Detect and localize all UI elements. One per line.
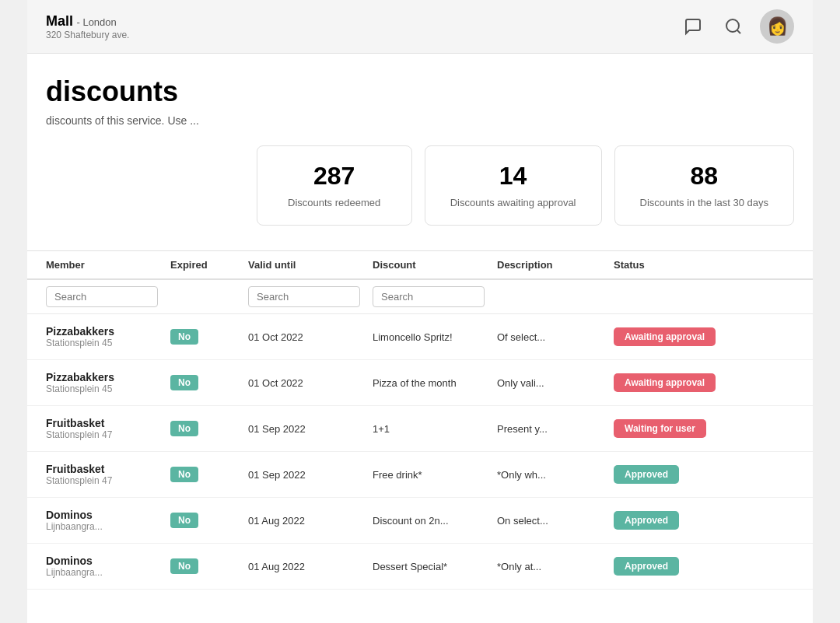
- search-button[interactable]: [719, 12, 747, 40]
- search-member-input[interactable]: [46, 286, 158, 307]
- status-badge: Waiting for user: [614, 419, 706, 438]
- search-valid-cell: [248, 286, 373, 307]
- expired-badge: No: [170, 329, 198, 345]
- stat-card-last30: 88 Discounts in the last 30 days: [614, 145, 794, 226]
- cell-valid-until: 01 Aug 2022: [248, 561, 373, 572]
- cell-status: Waiting for user: [614, 419, 794, 438]
- stat-number-last30: 88: [640, 162, 768, 191]
- cell-expired: No: [170, 421, 248, 436]
- expired-badge: No: [170, 513, 198, 528]
- avatar[interactable]: 👩: [760, 9, 794, 44]
- cell-valid-until: 01 Oct 2022: [248, 377, 373, 389]
- svg-point-0: [726, 19, 739, 32]
- status-badge: Awaiting approval: [614, 373, 716, 392]
- expired-badge: No: [170, 421, 198, 436]
- page-description: discounts of this service. Use ...: [27, 114, 813, 127]
- cell-valid-until: 01 Sep 2022: [248, 423, 373, 435]
- stat-label-redeemed: Discounts redeemed: [288, 197, 380, 208]
- store-subtitle: - London: [76, 16, 116, 28]
- cell-valid-until: 01 Aug 2022: [248, 515, 373, 527]
- stat-number-redeemed: 287: [282, 162, 387, 191]
- member-name: Pizzabakkers: [46, 325, 170, 338]
- main-content: discounts discounts of this service. Use…: [27, 54, 813, 590]
- cell-discount: Dessert Special*: [373, 561, 497, 572]
- cell-member: Dominos Lijnbaangra...: [46, 509, 170, 532]
- member-address: Stationsplein 47: [46, 475, 170, 486]
- member-name: Pizzabakkers: [46, 371, 170, 383]
- cell-status: Awaiting approval: [614, 373, 794, 392]
- search-discount-input[interactable]: [373, 286, 485, 307]
- status-badge: Approved: [614, 511, 679, 530]
- expired-badge: No: [170, 558, 198, 574]
- cell-description: Of select...: [497, 331, 614, 343]
- member-address: Lijnbaangra...: [46, 521, 170, 532]
- cell-valid-until: 01 Sep 2022: [248, 469, 373, 481]
- messages-button[interactable]: [679, 12, 707, 40]
- cell-status: Awaiting approval: [614, 327, 794, 346]
- th-description: Description: [497, 259, 614, 271]
- table-row: Fruitbasket Stationsplein 47 No 01 Sep 2…: [27, 406, 813, 452]
- th-status: Status: [614, 259, 794, 271]
- cell-status: Approved: [614, 511, 794, 530]
- table-row: Dominos Lijnbaangra... No 01 Aug 2022 Di…: [27, 498, 813, 544]
- member-name: Fruitbasket: [46, 417, 170, 429]
- cell-discount: Limoncello Spritz!: [373, 331, 497, 343]
- cell-status: Approved: [614, 465, 794, 484]
- status-badge: Approved: [614, 465, 679, 484]
- expired-badge: No: [170, 467, 198, 482]
- messages-icon: [684, 17, 702, 36]
- top-bar: Mall - London 320 Shaftebury ave. 👩: [27, 0, 813, 54]
- cell-discount: Pizza of the month: [373, 377, 497, 389]
- member-address: Stationsplein 45: [46, 383, 170, 394]
- cell-member: Dominos Lijnbaangra...: [46, 555, 170, 578]
- th-expired: Expired: [170, 259, 248, 271]
- table-row: Pizzabakkers Stationsplein 45 No 01 Oct …: [27, 360, 813, 406]
- member-name: Fruitbasket: [46, 463, 170, 475]
- member-address: Lijnbaangra...: [46, 567, 170, 578]
- member-address: Stationsplein 47: [46, 429, 170, 440]
- stat-card-awaiting: 14 Discounts awaiting approval: [425, 145, 602, 226]
- search-row: [27, 280, 813, 314]
- th-member: Member: [46, 259, 170, 271]
- cell-valid-until: 01 Oct 2022: [248, 331, 373, 343]
- cell-expired: No: [170, 329, 248, 345]
- cell-discount: Free drink*: [373, 469, 497, 481]
- app-container: Mall - London 320 Shaftebury ave. 👩: [27, 0, 813, 623]
- table-row: Dominos Lijnbaangra... No 01 Aug 2022 De…: [27, 544, 813, 590]
- cell-description: *Only at...: [497, 561, 614, 572]
- store-name: Mall: [46, 13, 73, 29]
- svg-line-1: [737, 30, 740, 33]
- stats-row: 287 Discounts redeemed 14 Discounts awai…: [27, 145, 813, 226]
- expired-badge: No: [170, 375, 198, 390]
- table-row: Pizzabakkers Stationsplein 45 No 01 Oct …: [27, 314, 813, 360]
- cell-member: Fruitbasket Stationsplein 47: [46, 463, 170, 486]
- status-badge: Approved: [614, 557, 679, 576]
- stat-number-awaiting: 14: [450, 162, 576, 191]
- page-title: discounts: [27, 75, 813, 108]
- cell-discount: Discount on 2n...: [373, 515, 497, 527]
- cell-member: Fruitbasket Stationsplein 47: [46, 417, 170, 440]
- table-rows-container: Pizzabakkers Stationsplein 45 No 01 Oct …: [27, 314, 813, 590]
- cell-description: Present y...: [497, 423, 614, 435]
- stat-label-awaiting: Discounts awaiting approval: [450, 197, 576, 208]
- store-address: 320 Shaftebury ave.: [46, 30, 129, 40]
- member-name: Dominos: [46, 555, 170, 567]
- cell-description: *Only wh...: [497, 469, 614, 481]
- cell-expired: No: [170, 558, 248, 574]
- search-valid-input[interactable]: [248, 286, 360, 307]
- discounts-table: Member Expired Valid until Discount Desc…: [27, 251, 813, 590]
- cell-discount: 1+1: [373, 423, 497, 435]
- store-name-row: Mall - London: [46, 13, 129, 30]
- store-info: Mall - London 320 Shaftebury ave.: [46, 13, 129, 40]
- stat-card-redeemed: 287 Discounts redeemed: [257, 145, 412, 226]
- cell-expired: No: [170, 375, 248, 390]
- cell-expired: No: [170, 467, 248, 482]
- table-header: Member Expired Valid until Discount Desc…: [27, 251, 813, 280]
- status-badge: Awaiting approval: [614, 327, 716, 346]
- search-discount-cell: [373, 286, 497, 307]
- th-valid-until: Valid until: [248, 259, 373, 271]
- cell-description: Only vali...: [497, 377, 614, 389]
- table-row: Fruitbasket Stationsplein 47 No 01 Sep 2…: [27, 452, 813, 498]
- top-bar-actions: 👩: [679, 9, 794, 44]
- th-discount: Discount: [373, 259, 497, 271]
